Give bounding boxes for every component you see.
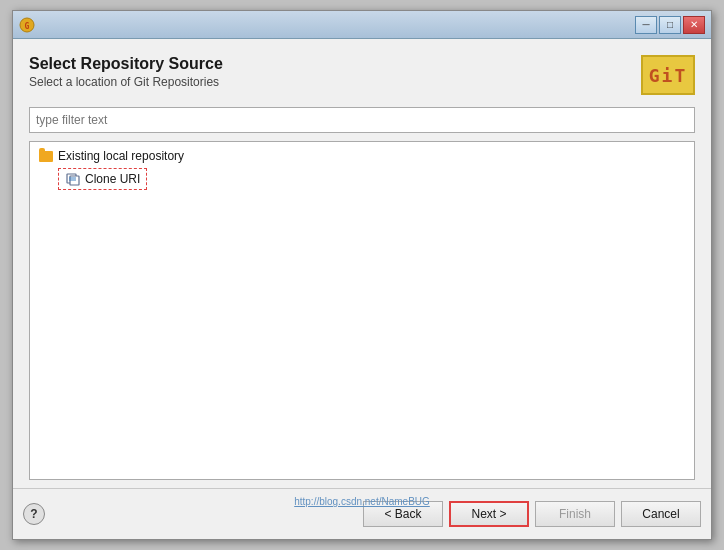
maximize-button[interactable]: □: [659, 16, 681, 34]
close-button[interactable]: ✕: [683, 16, 705, 34]
filter-input[interactable]: [29, 107, 695, 133]
content-area: Select Repository Source Select a locati…: [13, 39, 711, 480]
window-icon: G: [19, 17, 35, 33]
finish-button[interactable]: Finish: [535, 501, 615, 527]
page-header: Select Repository Source Select a locati…: [29, 55, 695, 95]
page-title: Select Repository Source: [29, 55, 641, 73]
clone-icon: [65, 171, 81, 187]
svg-text:G: G: [25, 22, 30, 31]
tree-item-existing-local[interactable]: Existing local repository: [30, 146, 694, 166]
main-window: G ─ □ ✕ Select Repository Source Select …: [12, 10, 712, 540]
title-bar: G ─ □ ✕: [13, 11, 711, 39]
window-body: Select Repository Source Select a locati…: [13, 39, 711, 539]
footer-area: ? < Back Next > Finish Cancel: [13, 489, 711, 539]
page-subtitle: Select a location of Git Repositories: [29, 75, 641, 89]
back-button[interactable]: < Back: [363, 501, 443, 527]
footer-left: ?: [23, 503, 45, 525]
tree-area: Existing local repository: [29, 141, 695, 480]
footer-buttons: < Back Next > Finish Cancel: [363, 501, 701, 527]
minimize-button[interactable]: ─: [635, 16, 657, 34]
tree-item-clone-uri-label: Clone URI: [85, 172, 140, 186]
page-title-block: Select Repository Source Select a locati…: [29, 55, 641, 89]
spacer: [13, 480, 711, 488]
selected-item-box[interactable]: Clone URI: [58, 168, 147, 190]
tree-item-existing-local-label: Existing local repository: [58, 149, 184, 163]
help-button[interactable]: ?: [23, 503, 45, 525]
git-logo: GiT: [641, 55, 695, 95]
cancel-button[interactable]: Cancel: [621, 501, 701, 527]
folder-icon: [38, 148, 54, 164]
tree-item-clone-uri[interactable]: Clone URI: [30, 166, 694, 192]
next-button[interactable]: Next >: [449, 501, 529, 527]
git-logo-wrapper: GiT: [641, 55, 695, 95]
title-bar-controls: ─ □ ✕: [635, 16, 705, 34]
